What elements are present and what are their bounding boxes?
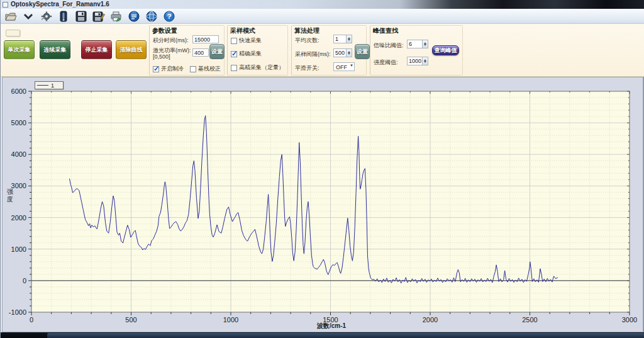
sampling-mode-group: 采样模式 快速采集 精确采集 高精采集（定量）	[227, 25, 288, 76]
accurate-acquire-label: 精确采集	[239, 50, 262, 58]
sampling-interval-spinner[interactable]: 500	[333, 48, 352, 57]
stop-acquire-button[interactable]: 停止采集	[81, 40, 112, 59]
parameter-settings-group: 参数设置 积分时间(ms): 15000 激光功率(mW): [0,500] 4…	[149, 25, 225, 76]
legend-line-sample	[37, 85, 48, 86]
laser-power-range: [0,500]	[153, 54, 170, 60]
snr-threshold-value: 6	[409, 41, 412, 47]
window-title: OptoskySpectra_For_Ramanv1.6	[11, 1, 109, 8]
y-tick-label: 2000	[11, 214, 26, 222]
fast-acquire-checkbox[interactable]	[231, 38, 237, 44]
spectrum-chart: 050010001500200025003000-100001000200030…	[2, 77, 643, 332]
smooth-switch-value: OFF	[336, 64, 347, 70]
spinner-arrows-icon[interactable]	[422, 40, 428, 48]
peak-finding-group: 峰值查找 信噪比阈值: 6 强度阈值: 1000 查询峰值	[370, 25, 463, 76]
baseline-checkbox[interactable]	[190, 66, 196, 72]
clear-curve-button[interactable]: 清除曲线	[116, 40, 147, 59]
fast-acquire-row[interactable]: 快速采集	[231, 37, 262, 45]
chevron-down-icon[interactable]	[21, 10, 35, 23]
smooth-switch-dropdown[interactable]: OFF ▼	[333, 62, 355, 71]
chart-legend[interactable]: 1	[35, 81, 64, 89]
save-as-icon[interactable]	[92, 10, 106, 23]
accurate-acquire-row[interactable]: 精确采集	[231, 50, 262, 58]
y-tick-label: 6000	[11, 87, 26, 95]
average-count-label: 平均次数:	[295, 37, 319, 45]
param-set-button[interactable]: 设置	[209, 44, 225, 59]
x-tick-label: 0	[30, 316, 33, 324]
taskbar-edge	[47, 333, 644, 338]
x-tick-label: 2500	[522, 316, 537, 324]
cooling-checkbox[interactable]	[153, 66, 159, 72]
help-icon[interactable]: ?	[162, 10, 176, 23]
y-tick-label: 5000	[11, 119, 26, 127]
intensity-threshold-value: 1000	[409, 58, 421, 64]
snr-threshold-label: 信噪比阈值:	[374, 42, 404, 50]
integration-time-label: 积分时间(ms):	[153, 37, 189, 45]
intensity-threshold-spinner[interactable]: 1000	[407, 57, 428, 65]
chart-canvas: 050010001500200025003000-100001000200030…	[3, 77, 643, 332]
print-icon[interactable]	[109, 10, 123, 23]
svg-text:?: ?	[167, 13, 172, 20]
smooth-switch-label: 平滑开关:	[295, 64, 319, 72]
spinner-arrows-icon[interactable]	[346, 49, 352, 57]
open-folder-icon[interactable]	[4, 10, 18, 23]
legend-series-label: 1	[51, 82, 54, 89]
algorithm-group: 算法处理 平均次数: 1 采样间隔(ms): 500 平滑开关: OFF ▼ 设…	[291, 25, 367, 76]
device-icon[interactable]	[57, 10, 70, 23]
baseline-checkbox-row[interactable]: 基线校正	[190, 65, 221, 73]
cooling-label: 开启制冷	[161, 65, 184, 73]
y-tick-label: 4000	[11, 150, 26, 158]
group-title: 算法处理	[294, 26, 319, 35]
chevron-down-icon: ▼	[350, 64, 353, 67]
laser-power-input[interactable]: 400	[192, 48, 209, 57]
spinner-arrows-icon[interactable]	[422, 57, 428, 65]
collapse-box[interactable]	[6, 30, 20, 37]
average-count-spinner[interactable]: 1	[333, 35, 352, 43]
group-title: 采样模式	[230, 26, 255, 35]
high-precision-checkbox[interactable]	[231, 65, 237, 71]
intensity-threshold-label: 强度阈值:	[374, 59, 398, 67]
group-title: 参数设置	[152, 26, 177, 35]
toolbar: ?	[1, 9, 644, 24]
title-bar: OptoskySpectra_For_Ramanv1.6	[1, 0, 644, 9]
high-precision-row[interactable]: 高精采集（定量）	[231, 64, 284, 72]
fast-acquire-label: 快速采集	[239, 37, 262, 45]
settings-gear-icon[interactable]	[39, 10, 53, 23]
accurate-acquire-checkbox[interactable]	[231, 51, 237, 57]
average-count-value: 1	[335, 36, 338, 42]
globe-icon[interactable]	[145, 10, 158, 23]
x-tick-label: 3000	[622, 316, 637, 324]
x-tick-label: 500	[125, 316, 136, 324]
taskbar-strip	[1, 332, 644, 338]
group-title: 峰值查找	[373, 26, 398, 35]
save-icon[interactable]	[74, 10, 88, 23]
spinner-arrows-icon[interactable]	[346, 35, 352, 43]
y-axis-title: 强度	[6, 188, 14, 203]
sampling-interval-value: 500	[335, 50, 345, 56]
control-panel: 单次采集 连续采集 停止采集 清除曲线 参数设置 积分时间(ms): 15000…	[1, 24, 644, 77]
algorithm-set-button[interactable]: 设置	[355, 44, 370, 59]
integration-time-input[interactable]: 15000	[192, 35, 219, 43]
app-icon	[3, 2, 8, 8]
y-tick-label: -1000	[9, 308, 26, 316]
query-peaks-button[interactable]: 查询峰值	[432, 45, 459, 55]
y-tick-label: 0	[23, 277, 26, 284]
y-tick-label: 1000	[11, 245, 26, 253]
snr-threshold-spinner[interactable]: 6	[407, 40, 428, 48]
x-axis-title: 波数/cm-1	[317, 322, 346, 330]
cooling-checkbox-row[interactable]: 开启制冷	[153, 65, 184, 73]
x-tick-label: 2000	[423, 316, 438, 324]
baseline-label: 基线校正	[198, 65, 221, 73]
x-tick-label: 1000	[223, 316, 238, 324]
high-precision-label: 高精采集（定量）	[239, 64, 284, 72]
sampling-interval-label: 采样间隔(ms):	[295, 50, 331, 59]
single-acquire-button[interactable]: 单次采集	[4, 40, 35, 59]
app-window: OptoskySpectra_For_Ramanv1.6 ? 单次采集 连续采集…	[0, 0, 644, 338]
sphere-menu-icon[interactable]	[127, 10, 141, 23]
continuous-acquire-button[interactable]: 连续采集	[40, 40, 70, 59]
